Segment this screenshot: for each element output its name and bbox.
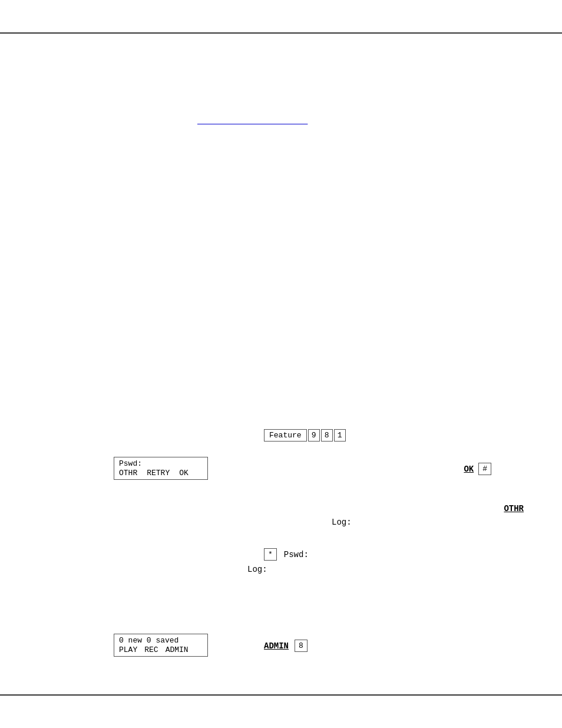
- feature-digit-1: 1: [334, 429, 346, 442]
- ok-button-top[interactable]: OK: [179, 469, 189, 477]
- pswd-box-top: Pswd: OTHR RETRY OK: [114, 457, 208, 480]
- bottom-display-box: 0 new 0 saved PLAY REC ADMIN: [114, 634, 208, 657]
- feature-area: Feature 9 8 1: [264, 429, 346, 442]
- pswd-label-top: Pswd:: [119, 459, 203, 468]
- top-border: [0, 32, 562, 34]
- bottom-status-text: 0 new 0 saved: [119, 636, 203, 645]
- admin-label[interactable]: ADMIN: [264, 641, 289, 651]
- feature-digit-8: 8: [321, 429, 333, 442]
- rec-button[interactable]: REC: [144, 645, 158, 654]
- eight-box[interactable]: 8: [295, 640, 308, 652]
- admin-button-bottom[interactable]: ADMIN: [166, 645, 189, 654]
- othr-button-top[interactable]: OTHR: [119, 469, 137, 477]
- play-button[interactable]: PLAY: [119, 645, 137, 654]
- log-label-2: Log:: [247, 565, 267, 574]
- hash-box[interactable]: #: [478, 463, 491, 475]
- bottom-border: [0, 694, 562, 696]
- log-label-1: Log:: [332, 518, 352, 527]
- feature-digit-9: 9: [308, 429, 320, 442]
- ok-label[interactable]: OK: [464, 465, 474, 474]
- othr-label[interactable]: OTHR: [504, 504, 524, 513]
- ok-hash-area: OK #: [464, 463, 491, 475]
- star-pswd-area: * Pswd:: [264, 548, 309, 561]
- link-text[interactable]: ________________________: [197, 117, 308, 126]
- bottom-buttons: PLAY REC ADMIN: [119, 645, 203, 654]
- feature-label: Feature: [264, 429, 307, 442]
- admin-area: ADMIN 8: [264, 640, 308, 652]
- pswd-buttons: OTHR RETRY OK: [119, 469, 203, 477]
- star-box[interactable]: *: [264, 548, 277, 561]
- pswd-label: Pswd:: [284, 550, 309, 559]
- retry-button[interactable]: RETRY: [147, 469, 170, 477]
